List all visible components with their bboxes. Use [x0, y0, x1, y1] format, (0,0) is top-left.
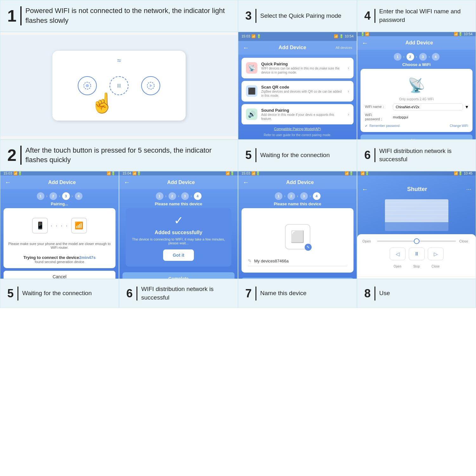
pairing-timer: 2min47s: [79, 255, 96, 260]
step-6-divider: [374, 148, 375, 162]
step-1-divider: [20, 6, 22, 25]
compatible-link[interactable]: Compatible Pairing Model(AP): [238, 124, 357, 133]
svg-rect-3: [120, 84, 120, 88]
wifi-dropdown-arrow[interactable]: ▾: [466, 104, 468, 110]
complete-button-7[interactable]: Complete: [241, 278, 354, 279]
naming-sub: Please name this device: [238, 202, 357, 206]
back-arrow-8[interactable]: ←: [362, 186, 368, 193]
pairing-content: 📱 · · · · 📶 Please make sure your phone …: [3, 208, 116, 268]
step-3-divider: [255, 9, 256, 23]
wifi-name-dropdown[interactable]: ChinaNet-eV2x: [393, 103, 463, 110]
pairing-header-title: Add Device: [48, 180, 76, 185]
stop-button[interactable]: ⏸: [409, 248, 425, 260]
router-wifi-icon: 📶: [71, 218, 87, 234]
step-dot-7-2: 2: [288, 192, 295, 200]
shutter-header: ← Shutter ⋯: [357, 175, 476, 196]
device-name-value[interactable]: My devices87466a: [254, 259, 288, 263]
step-dot-7-4: 4: [313, 192, 321, 200]
quick-pairing-text: Quick Pairing WIFI devices can be added …: [261, 62, 344, 75]
header-dots[interactable]: ⋯: [466, 186, 471, 192]
control-buttons: ◁ ⏸ ▷: [362, 248, 471, 260]
shutter-footer: ↗ Share 🕐 Schedule ⏱ Timer: [357, 276, 476, 279]
scan-qr-desc: ZigBee devices and devices with QR co de…: [261, 89, 344, 98]
status-bar-6: 15:04 📶🔋 📶🔋: [119, 171, 238, 175]
step-indicators-6: 1 › 2 › 3 › 4: [119, 189, 238, 202]
wifi-pass-row: WiFi password： mudpggui: [365, 113, 468, 122]
name-edit-icon: ✎: [248, 258, 252, 263]
btn-circle-right: [141, 76, 160, 95]
back-arrow-7[interactable]: ←: [243, 179, 249, 186]
name-badge: ✎: [305, 244, 312, 251]
step-5-text: Waiting for the connection: [260, 151, 330, 160]
pairing-dots: · · · ·: [50, 222, 68, 229]
step-5-number: 5: [245, 149, 252, 161]
pairing-info-text: Please make sure your phone and the mode…: [8, 242, 111, 249]
remember-check[interactable]: ✔: [365, 124, 367, 128]
success-title: Added successfully: [131, 230, 226, 235]
cancel-button[interactable]: Cancel: [3, 271, 116, 279]
quick-pairing-desc: WIFI devices can be added in this mo de,…: [261, 66, 344, 75]
step-indicators-4: 1 › 2 › 3 › 4: [357, 50, 476, 62]
step-dot-5-2: 2: [50, 192, 57, 200]
open-ctrl-label: Open: [390, 265, 406, 268]
sound-pairing-desc: Add device in this mode if your devic e …: [261, 113, 344, 121]
app-screen-8: 📶🔋 📶🔋 10:45 ← Shutter ⋯: [357, 171, 476, 279]
app-header-7: ← Add Device ·: [238, 175, 357, 189]
back-arrow-3[interactable]: ←: [243, 44, 249, 51]
app-header-5: ← Add Device ·: [0, 175, 119, 189]
wifi-pass-value[interactable]: mudpggui: [393, 115, 468, 119]
back-arrow-4[interactable]: ←: [362, 39, 368, 47]
wifi-name-label: WiFi name：: [365, 104, 390, 109]
shutter-controls: Open Close ◁ ⏸ ▷ Open Stop Close: [357, 234, 476, 276]
change-wifi-link[interactable]: Change WiFi: [450, 124, 468, 128]
step-4-text: Enter the local WIFI name and password: [379, 7, 469, 24]
pairing-found: found second generation device: [23, 260, 96, 264]
wifi-pass-label: WiFi password：: [365, 113, 390, 122]
wifi-header-title: Add Device: [405, 40, 433, 46]
step-8-number: 8: [364, 288, 371, 299]
step-dot-2: 2: [407, 53, 414, 61]
step-5-label: 5 Waiting for the connection: [238, 140, 357, 171]
status-bar-7: 15:03 📶🔋 📶🔋: [238, 171, 357, 175]
wifi-name-row: WiFi name： ChinaNet-eV2x ▾: [365, 103, 468, 110]
got-it-button[interactable]: Got it: [163, 249, 194, 261]
step-2-divider: [20, 146, 22, 165]
next-button[interactable]: Next: [360, 135, 473, 139]
complete-button-6[interactable]: Complete: [122, 272, 235, 279]
footer-sub: Refer to user guide for the correct pair…: [238, 133, 357, 139]
status-bar-3: 15:03 📶 🔋 📶 🔋 10:54: [238, 32, 357, 41]
menu-scan-qr[interactable]: ⬛ Scan QR code ZigBee devices and device…: [241, 81, 354, 102]
back-arrow-5[interactable]: ←: [5, 179, 11, 186]
step-5-num-b: 5: [7, 288, 14, 299]
shutter-title: Shutter: [407, 186, 427, 193]
step-5-divider: [255, 148, 256, 162]
hand-icon: ☝️: [90, 92, 114, 114]
step-7-text: Name this device: [260, 289, 307, 298]
step-indicators-7: 1 › 2 › 3 › 4: [238, 189, 357, 202]
scan-qr-icon: ⬛: [246, 85, 257, 97]
step-7-label: 7 Name this device: [238, 279, 357, 308]
all-devices-link[interactable]: All devices: [335, 46, 352, 50]
step-6-text-b: WIFI distribution network is successful: [141, 285, 231, 302]
naming-content: ⬜ ✎ ✎ My devices87466a: [241, 208, 354, 273]
step-dot-5-1: 1: [37, 192, 44, 200]
device-panel: ≈: [0, 32, 238, 140]
slider-track[interactable]: [377, 241, 456, 242]
menu-sound-pairing[interactable]: 🔊 Sound Pairing Add device in this mode …: [241, 104, 354, 124]
menu-quick-pairing[interactable]: 📡 Quick Pairing WIFI devices can be adde…: [241, 58, 354, 78]
back-arrow-6[interactable]: ←: [124, 179, 130, 186]
step-2-label: 2 After the touch button is pressed for …: [0, 140, 238, 171]
step-1-label: 1 Powered WIFI is not connected to the n…: [0, 0, 238, 32]
step-6-label: 6 WIFI distribution network is successfu…: [357, 140, 476, 171]
slider-thumb[interactable]: [414, 238, 420, 244]
step-3-label: 3 Select the Quick Pairing mode: [238, 0, 357, 32]
open-button[interactable]: ◁: [390, 248, 406, 260]
success-header-title: Add Device: [167, 180, 195, 185]
app-header-6: ← Add Device ·: [119, 175, 238, 189]
scan-qr-title: Scan QR code: [261, 85, 344, 89]
wifi-icon: ≈: [117, 56, 121, 65]
quick-pairing-icon: 📡: [246, 62, 257, 74]
success-screen: 15:04 📶🔋 📶🔋 ← Add Device · 1 › 2 › 3 › 4…: [119, 171, 238, 279]
shutter-visual: [357, 196, 476, 234]
close-button[interactable]: ▷: [428, 248, 444, 260]
